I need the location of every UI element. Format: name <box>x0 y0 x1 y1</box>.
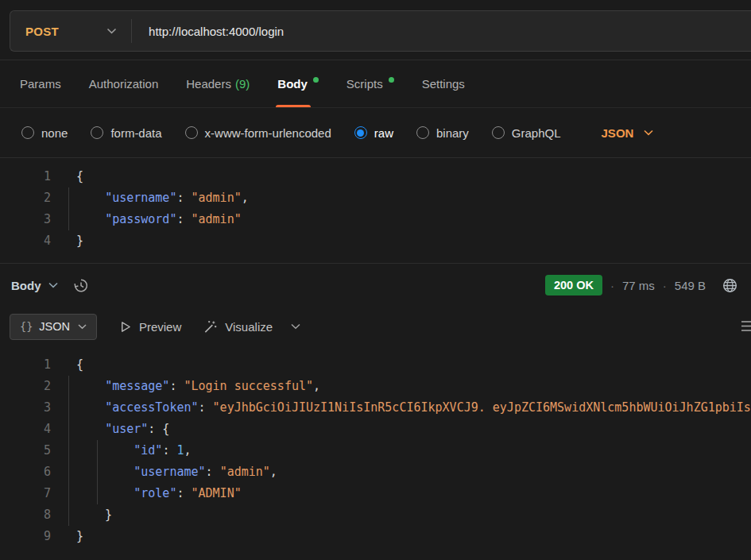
url-input[interactable]: http://localhost:4000/login <box>149 25 284 38</box>
response-body-editor[interactable]: 1{2 "message": "Login successful",3 "acc… <box>0 346 751 558</box>
radio-label: binary <box>436 126 469 140</box>
line-number: 3 <box>0 397 51 419</box>
radio-icon <box>185 126 198 139</box>
code-text: "role": "ADMIN" <box>51 483 242 504</box>
response-time[interactable]: 77 ms <box>622 279 655 292</box>
chevron-down-icon <box>48 282 58 288</box>
menu-icon[interactable] <box>741 320 751 335</box>
request-body-editor[interactable]: 1{2 "username": "admin",3 "password": "a… <box>0 158 751 264</box>
chevron-down-icon <box>78 324 87 330</box>
line-number: 3 <box>0 209 51 230</box>
tab-label: Settings <box>422 77 465 91</box>
tab-scripts[interactable]: Scripts <box>346 60 394 107</box>
line-number: 6 <box>0 462 51 483</box>
body-type-none[interactable]: none <box>21 126 68 140</box>
history-icon[interactable] <box>72 276 90 294</box>
response-format-dropdown[interactable]: {} JSON <box>10 314 97 340</box>
response-toolbar: Body 200 OK · 77 ms · 549 B <box>0 264 751 307</box>
green-dot-icon <box>389 77 394 83</box>
indent-guide <box>68 462 69 483</box>
code-line: 1{ <box>0 166 751 187</box>
tab-settings[interactable]: Settings <box>422 60 465 107</box>
line-number: 8 <box>0 504 51 526</box>
clock-history-icon <box>72 276 90 294</box>
code-text: "accessToken": "eyJhbGciOiJIUzI1NiIsInR5… <box>51 397 751 419</box>
code-text: } <box>51 526 83 547</box>
method-label: POST <box>25 25 59 38</box>
radio-icon <box>492 126 505 139</box>
chevron-down-icon <box>291 323 300 330</box>
visualize-button[interactable]: Visualize <box>203 319 273 334</box>
chevron-down-icon <box>644 129 653 136</box>
code-text: "username": "admin", <box>51 462 277 483</box>
indent-guide <box>97 483 98 504</box>
format-label: JSON <box>39 320 70 333</box>
code-line: 2 "username": "admin", <box>0 187 751 209</box>
response-body-dropdown[interactable]: Body <box>11 279 58 292</box>
visualize-options-chevron[interactable] <box>291 323 300 330</box>
language-label: JSON <box>602 126 634 140</box>
body-type-form-data[interactable]: form-data <box>91 126 161 140</box>
code-text: "id": 1, <box>51 440 192 462</box>
body-type-binary[interactable]: binary <box>416 126 469 140</box>
body-type-graphql[interactable]: GraphQL <box>492 126 561 140</box>
indent-guide <box>68 419 69 440</box>
radio-label: GraphQL <box>512 126 561 140</box>
tab-authorization[interactable]: Authorization <box>89 60 159 107</box>
wand-icon <box>203 319 218 334</box>
green-dot-icon <box>313 77 319 83</box>
code-text: "password": "admin" <box>51 209 242 230</box>
radio-label: raw <box>374 126 393 140</box>
tab-label: Authorization <box>89 77 159 91</box>
meta-separator: · <box>610 279 614 292</box>
method-url-divider <box>131 19 132 43</box>
network-globe-icon <box>722 277 738 294</box>
body-type-row: noneform-datax-www-form-urlencodedrawbin… <box>0 108 751 158</box>
play-icon <box>118 320 132 334</box>
code-line: 6 "username": "admin", <box>0 462 751 483</box>
line-number: 4 <box>0 419 51 440</box>
tab-body[interactable]: Body <box>277 60 319 107</box>
method-selector[interactable]: POST <box>10 11 131 51</box>
radio-icon <box>21 126 34 139</box>
request-url-box: POST http://localhost:4000/login <box>10 10 751 52</box>
preview-button[interactable]: Preview <box>118 320 181 334</box>
tab-params[interactable]: Params <box>20 60 61 107</box>
response-body-label: Body <box>11 279 41 292</box>
radio-icon <box>91 126 103 139</box>
request-url-bar: POST http://localhost:4000/login <box>0 0 751 60</box>
code-text: "username": "admin", <box>51 187 249 209</box>
code-line: 7 "role": "ADMIN" <box>0 483 751 504</box>
code-text: { <box>51 354 83 376</box>
request-tabs: ParamsAuthorizationHeaders(9)BodyScripts… <box>0 60 751 108</box>
body-type-options: noneform-datax-www-form-urlencodedrawbin… <box>21 126 584 140</box>
line-number: 2 <box>0 376 51 397</box>
code-line: 3 "accessToken": "eyJhbGciOiJIUzI1NiIsIn… <box>0 397 751 419</box>
line-number: 1 <box>0 166 51 187</box>
line-number: 7 <box>0 483 51 504</box>
language-selector[interactable]: JSON <box>602 126 654 140</box>
globe-icon[interactable] <box>722 277 738 294</box>
body-type-raw[interactable]: raw <box>354 126 393 140</box>
response-size[interactable]: 549 B <box>675 279 706 292</box>
code-text: } <box>51 504 112 526</box>
headers-count: (9) <box>235 77 250 91</box>
braces-icon: {} <box>20 320 33 333</box>
line-number: 5 <box>0 440 51 462</box>
tab-label: Headers <box>186 77 231 91</box>
body-type-x-www-form-urlencoded[interactable]: x-www-form-urlencoded <box>185 126 331 140</box>
tab-headers[interactable]: Headers(9) <box>186 60 250 107</box>
line-number: 9 <box>0 526 51 547</box>
tab-label: Params <box>20 77 61 91</box>
code-line: 9} <box>0 526 751 547</box>
tab-label: Body <box>277 77 308 91</box>
code-line: 1{ <box>0 354 751 376</box>
tab-label: Scripts <box>346 77 383 91</box>
code-line: 4 "user": { <box>0 419 751 440</box>
code-line: 2 "message": "Login successful", <box>0 376 751 397</box>
code-text: } <box>51 230 83 252</box>
radio-label: form-data <box>110 126 161 140</box>
line-number: 1 <box>0 354 51 376</box>
status-badge[interactable]: 200 OK <box>545 275 602 295</box>
radio-label: x-www-form-urlencoded <box>205 126 331 140</box>
